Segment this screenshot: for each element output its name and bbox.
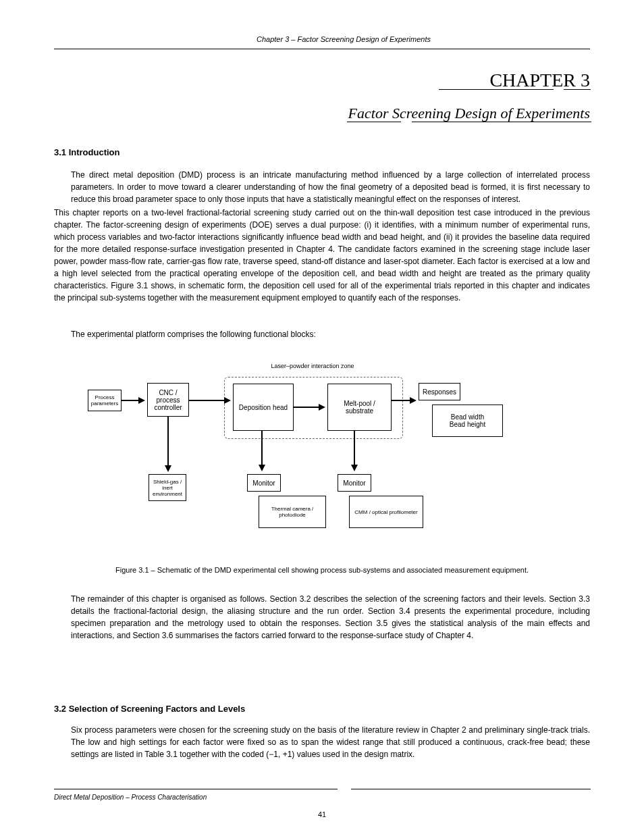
block-head: Deposition head <box>233 384 294 431</box>
arrow <box>122 400 140 401</box>
arrow <box>167 417 169 467</box>
chapter-title: Factor Screening Design of Experiments <box>176 105 590 122</box>
block-input: Process parameters <box>88 390 122 411</box>
page-number: 41 <box>0 810 644 818</box>
section-heading: 3.1 Introduction <box>54 147 120 157</box>
block-responses-items: Bead width Bead height <box>432 405 503 437</box>
subsection-heading: 3.2 Selection of Screening Factors and L… <box>54 704 245 714</box>
block-monitor2-items: CMM / optical profilometer <box>349 496 423 528</box>
arrow-head-icon <box>410 397 417 404</box>
body-paragraph: The remainder of this chapter is organis… <box>71 593 590 642</box>
arrow-head-icon <box>351 465 358 471</box>
block-meltpool: Melt-pool / substrate <box>327 384 392 431</box>
figure-diagram: Laser–powder interaction zone Process pa… <box>81 375 554 564</box>
block-monitor1-label: Monitor <box>247 474 281 492</box>
block-controller: CNC / process controller <box>147 383 189 417</box>
decor-rule <box>564 89 591 90</box>
group-label: Laser–powder interaction zone <box>228 363 397 369</box>
decor-rule <box>347 122 401 122</box>
figure-caption: Figure 3.1 – Schematic of the DMD experi… <box>54 566 590 574</box>
arrow <box>261 431 263 467</box>
footer-rule <box>351 789 591 789</box>
footer-left: Direct Metal Deposition – Process Charac… <box>54 793 207 801</box>
body-paragraph: The direct metal deposition (DMD) proces… <box>71 169 590 205</box>
body-paragraph: This chapter reports on a two-level frac… <box>54 207 590 304</box>
body-paragraph: The experimental platform comprises the … <box>71 328 590 340</box>
block-environment: Shield-gas / inert environment <box>149 474 186 501</box>
footer-rule <box>54 789 338 789</box>
arrow-head-icon <box>319 404 325 411</box>
running-header: Chapter 3 – Factor Screening Design of E… <box>257 35 431 43</box>
footer: Direct Metal Deposition – Process Charac… <box>54 793 590 801</box>
body-paragraph: Six process parameters were chosen for t… <box>71 724 590 760</box>
header-rule <box>54 49 590 49</box>
arrow-head-icon <box>224 397 231 404</box>
block-monitor1-items: Thermal camera / photodiode <box>259 496 326 528</box>
arrow-head-icon <box>138 397 145 404</box>
decor-rule <box>439 89 554 90</box>
arrow <box>392 400 412 401</box>
arrow <box>294 407 321 408</box>
decor-rule <box>412 122 591 122</box>
block-monitor2-label: Monitor <box>338 474 371 492</box>
chapter-number: CHAPTER 3 <box>489 70 590 91</box>
arrow-head-icon <box>259 465 265 471</box>
arrow <box>354 431 355 467</box>
arrow <box>189 400 226 401</box>
arrow-head-icon <box>165 465 171 472</box>
block-responses-label: Responses <box>419 383 460 400</box>
